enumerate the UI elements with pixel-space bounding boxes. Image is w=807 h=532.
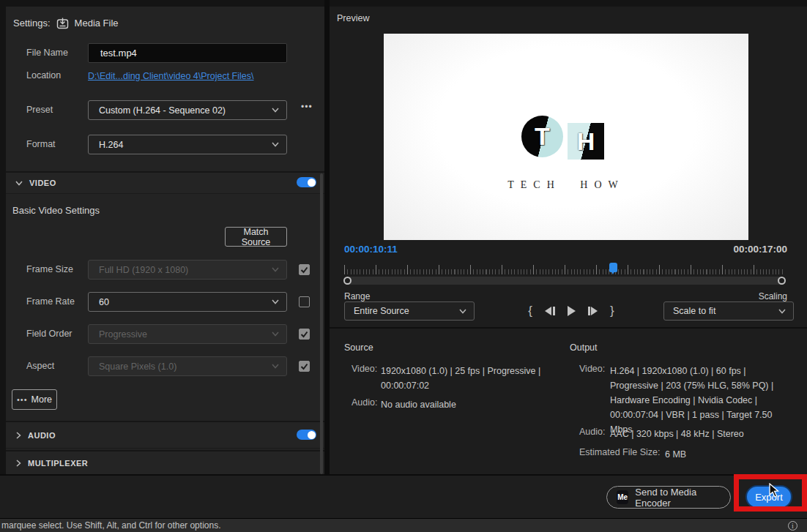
preset-dropdown[interactable]: Custom (H.264 - Sequence 02) bbox=[88, 100, 287, 120]
format-label: Format bbox=[26, 135, 88, 154]
section-divider bbox=[330, 327, 807, 329]
set-out-point-icon[interactable]: } bbox=[610, 304, 614, 318]
chevron-down-icon bbox=[272, 299, 279, 304]
audio-toggle[interactable] bbox=[297, 430, 316, 440]
field-order-label: Field Order bbox=[26, 324, 88, 344]
source-title: Source bbox=[344, 342, 373, 353]
frame-size-dropdown[interactable]: Full HD (1920 x 1080) bbox=[88, 260, 287, 280]
source-audio-value: No audio available bbox=[381, 397, 553, 412]
step-forward-icon[interactable] bbox=[588, 307, 598, 315]
chevron-right-icon bbox=[16, 460, 21, 467]
more-dots: ••• bbox=[17, 395, 28, 404]
chevron-down-icon bbox=[272, 108, 279, 113]
chevron-down-icon bbox=[272, 142, 279, 147]
export-button[interactable]: Export bbox=[745, 485, 792, 509]
scrollbar[interactable] bbox=[320, 173, 323, 474]
send-to-media-encoder-button[interactable]: Me Send to Media Encoder bbox=[606, 486, 731, 509]
logo-circle: T bbox=[521, 116, 563, 157]
settings-destination: Media File bbox=[75, 18, 119, 29]
frame-size-value: Full HD (1920 x 1080) bbox=[99, 265, 267, 275]
media-file-icon bbox=[56, 17, 69, 29]
status-text: marquee select. Use Shift, Alt, and Ctrl… bbox=[1, 519, 220, 532]
frame-size-checkbox[interactable] bbox=[299, 264, 310, 275]
scaling-dropdown[interactable]: Scale to fit bbox=[663, 301, 794, 321]
trim-bar[interactable] bbox=[344, 277, 785, 285]
match-source-button[interactable]: Match Source bbox=[225, 227, 287, 247]
file-name-input[interactable]: test.mp4 bbox=[88, 43, 287, 63]
chevron-down-icon bbox=[15, 181, 23, 186]
frame-rate-checkbox[interactable] bbox=[299, 296, 310, 307]
logo-letter-h: H bbox=[577, 127, 595, 156]
play-icon[interactable] bbox=[568, 306, 576, 316]
location-label: Location bbox=[26, 66, 88, 86]
settings-panel: Settings: Media File File Name test.mp4 … bbox=[6, 7, 324, 474]
format-value: H.264 bbox=[99, 140, 267, 150]
preset-label: Preset bbox=[26, 100, 88, 120]
output-video-value: H.264 | 1920x1080 (1.0) | 60 fps | Progr… bbox=[610, 364, 784, 437]
trim-out-handle[interactable] bbox=[778, 277, 786, 285]
info-icon[interactable]: i bbox=[788, 521, 797, 531]
action-bar: Me Send to Media Encoder Export bbox=[0, 474, 807, 518]
format-dropdown[interactable]: H.264 bbox=[88, 135, 287, 154]
aspect-value: Square Pixels (1.0) bbox=[99, 361, 267, 372]
multiplexer-section-title: MULTIPLEXER bbox=[28, 459, 88, 468]
field-order-checkbox[interactable] bbox=[299, 329, 310, 340]
current-timecode[interactable]: 00:00:10:11 bbox=[344, 244, 398, 255]
trim-in-handle[interactable] bbox=[343, 277, 352, 285]
source-video-label: Video: bbox=[352, 364, 377, 374]
aspect-dropdown[interactable]: Square Pixels (1.0) bbox=[88, 356, 287, 376]
timeline-ruler[interactable] bbox=[344, 263, 785, 275]
video-toggle[interactable] bbox=[297, 177, 316, 187]
check-icon bbox=[300, 363, 308, 370]
preview-panel: Preview T H TECH HOW 00:00:10:11 00:00:1… bbox=[330, 7, 807, 474]
panel-divider bbox=[324, 0, 330, 474]
video-preview-frame: T H bbox=[384, 34, 748, 240]
check-icon bbox=[300, 266, 308, 274]
frame-rate-label: Frame Rate bbox=[26, 292, 88, 312]
frame-rate-value: 60 bbox=[99, 297, 267, 307]
settings-header: Settings: Media File bbox=[13, 17, 119, 29]
aspect-checkbox[interactable] bbox=[299, 361, 310, 372]
field-order-dropdown[interactable]: Progressive bbox=[88, 324, 287, 344]
chevron-down-icon bbox=[778, 309, 786, 314]
settings-label: Settings: bbox=[13, 18, 51, 29]
output-video-label: Video: bbox=[579, 364, 605, 374]
set-in-point-icon[interactable]: { bbox=[528, 304, 532, 318]
check-icon bbox=[300, 331, 308, 338]
aspect-label: Aspect bbox=[26, 356, 88, 376]
location-link[interactable]: D:\Edit...ding Client\video 4\Project Fi… bbox=[88, 71, 254, 81]
playhead[interactable] bbox=[609, 263, 617, 272]
multiplexer-section-header[interactable]: MULTIPLEXER bbox=[6, 450, 324, 474]
scaling-label: Scaling bbox=[759, 291, 787, 301]
output-audio-value: AAC | 320 kbps | 48 kHz | Stereo bbox=[610, 427, 784, 441]
chevron-down-icon bbox=[459, 309, 466, 314]
scaling-value: Scale to fit bbox=[673, 306, 778, 316]
audio-section-title: AUDIO bbox=[28, 431, 56, 440]
logo-square: H bbox=[568, 123, 604, 160]
media-encoder-icon: Me bbox=[617, 490, 628, 504]
ruler-major-ticks bbox=[344, 265, 785, 274]
field-order-value: Progressive bbox=[99, 329, 267, 340]
chevron-down-icon bbox=[272, 331, 279, 337]
video-section-header[interactable]: VIDEO bbox=[6, 171, 324, 194]
frame-rate-dropdown[interactable]: 60 bbox=[88, 292, 287, 312]
export-dialog: Settings: Media File File Name test.mp4 … bbox=[0, 0, 807, 532]
step-back-icon[interactable] bbox=[545, 307, 555, 315]
range-dropdown[interactable]: Entire Source bbox=[344, 301, 475, 321]
source-video-value: 1920x1080 (1.0) | 25 fps | Progressive |… bbox=[381, 364, 553, 393]
logo-caption: TECH HOW bbox=[384, 179, 748, 191]
logo-letter-t: T bbox=[535, 122, 550, 151]
frame-size-label: Frame Size bbox=[26, 260, 88, 280]
range-label: Range bbox=[344, 291, 370, 301]
duration-timecode: 00:00:17:00 bbox=[733, 244, 787, 255]
output-audio-label: Audio: bbox=[579, 427, 605, 437]
estimated-file-size-label: Estimated File Size: bbox=[579, 447, 660, 457]
more-label: More bbox=[31, 394, 52, 405]
file-name-label: File Name bbox=[26, 43, 88, 63]
more-button[interactable]: ••• More bbox=[12, 389, 57, 410]
chevron-right-icon bbox=[16, 432, 21, 439]
send-to-media-encoder-label: Send to Media Encoder bbox=[635, 487, 721, 509]
audio-section-header[interactable]: AUDIO bbox=[6, 421, 324, 449]
source-audio-label: Audio: bbox=[352, 397, 377, 408]
preset-more-button[interactable]: ••• bbox=[301, 102, 313, 112]
